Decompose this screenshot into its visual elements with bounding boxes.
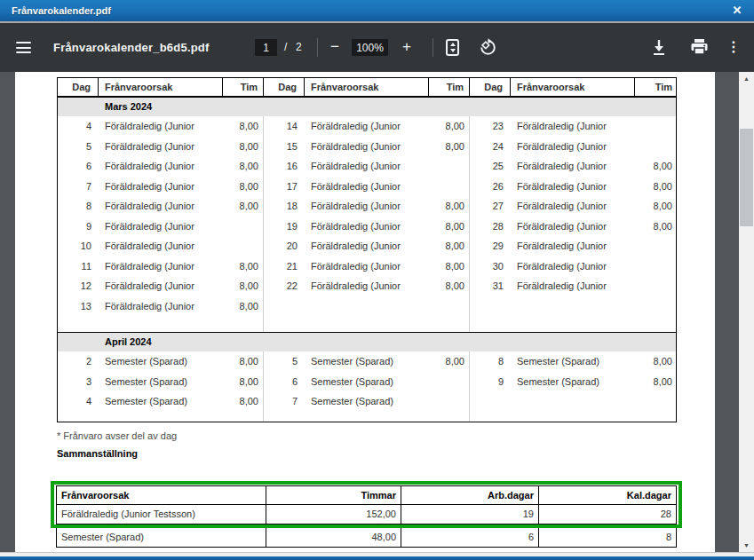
summary-cell: Föräldraledig (Junior Testsson) bbox=[57, 505, 266, 524]
calendar-hours: 8,00 bbox=[223, 256, 264, 277]
calendar-reason: Föräldraledig (Junior bbox=[99, 276, 223, 296]
zoom-level[interactable]: 100% bbox=[352, 39, 388, 56]
page-number-input[interactable]: 1 bbox=[255, 39, 277, 56]
calendar-reason: Föräldraledig (Junior bbox=[511, 177, 635, 197]
column-header: Tim bbox=[429, 78, 470, 96]
scroll-up-icon[interactable]: ▲ bbox=[739, 72, 754, 85]
window-titlebar: Frånvarokalender.pdf ✕ bbox=[0, 0, 754, 21]
column-header: Dag bbox=[470, 78, 511, 96]
calendar-day: 8 bbox=[470, 351, 511, 372]
calendar-hours: 8,00 bbox=[223, 296, 264, 317]
calendar-hours: 8,00 bbox=[429, 196, 470, 217]
menu-icon[interactable] bbox=[16, 42, 31, 53]
calendar-reason: Föräldraledig (Junior bbox=[305, 256, 429, 277]
window-bottom-frame bbox=[0, 552, 754, 560]
calendar-reason: Semester (Sparad) bbox=[99, 372, 223, 392]
calendar-day: 31 bbox=[470, 276, 511, 296]
calendar-reason: Föräldraledig (Junior bbox=[305, 196, 429, 217]
scrollbar-thumb[interactable] bbox=[740, 129, 753, 226]
summary-table-bottom: Semester (Sparad)48,0068 bbox=[56, 527, 677, 548]
calendar-row: 4Föräldraledig (Junior8,0014Föräldraledi… bbox=[58, 116, 676, 137]
section-spacer bbox=[58, 316, 676, 332]
summary-header-row: FrånvaroorsakTimmarArb.dagarKal.dagar bbox=[57, 486, 676, 505]
calendar-row: 3Semester (Sparad)8,006Semester (Sparad)… bbox=[58, 372, 676, 392]
calendar-reason: Föräldraledig (Junior bbox=[99, 236, 223, 256]
toolbar-divider bbox=[433, 38, 433, 57]
page-separator: / bbox=[284, 39, 287, 56]
calendar-reason: Föräldraledig (Junior bbox=[511, 236, 635, 256]
calendar-reason: Föräldraledig (Junior bbox=[305, 137, 429, 157]
summary-header: Kal.dagar bbox=[539, 486, 676, 504]
close-icon[interactable]: ✕ bbox=[729, 3, 745, 19]
calendar-hours bbox=[223, 217, 264, 237]
print-icon[interactable] bbox=[690, 38, 709, 56]
calendar-hours bbox=[635, 276, 678, 296]
zoom-out-icon[interactable]: − bbox=[325, 37, 345, 57]
calendar-reason bbox=[511, 296, 635, 317]
calendar-hours: 8,00 bbox=[223, 391, 264, 412]
calendar-reason: Föräldraledig (Junior bbox=[511, 217, 635, 237]
fit-to-page-icon[interactable] bbox=[446, 39, 459, 56]
calendar-day: 14 bbox=[264, 116, 305, 137]
rotate-icon[interactable] bbox=[479, 38, 497, 57]
summary-header: Arb.dagar bbox=[401, 486, 539, 504]
summary-cell: 152,00 bbox=[266, 505, 401, 524]
calendar-day: 23 bbox=[470, 116, 511, 137]
calendar-day: 24 bbox=[470, 137, 511, 157]
calendar-header-row: DagFrånvaroorsakTimDagFrånvaroorsakTimDa… bbox=[58, 78, 676, 98]
section-spacer bbox=[58, 412, 676, 422]
calendar-hours: 8,00 bbox=[223, 276, 264, 296]
calendar-hours bbox=[223, 236, 264, 256]
calendar-reason: Föräldraledig (Junior bbox=[511, 116, 635, 137]
more-options-icon[interactable]: ⋮ bbox=[726, 36, 741, 58]
calendar-day: 12 bbox=[58, 276, 99, 296]
calendar-reason: Föräldraledig (Junior bbox=[511, 276, 635, 296]
calendar-day: 8 bbox=[58, 196, 99, 217]
calendar-hours bbox=[635, 116, 678, 137]
calendar-hours bbox=[429, 156, 470, 177]
calendar-reason bbox=[305, 296, 429, 317]
calendar-hours bbox=[635, 137, 678, 157]
summary-area: FrånvaroorsakTimmarArb.dagarKal.dagar Fö… bbox=[56, 485, 677, 548]
calendar-reason: Föräldraledig (Junior bbox=[511, 256, 635, 277]
calendar-hours: 8,00 bbox=[223, 156, 264, 177]
calendar-day bbox=[470, 296, 511, 317]
column-group-divider bbox=[263, 98, 264, 422]
column-header: Tim bbox=[635, 78, 678, 96]
section-title: April 2024 bbox=[58, 332, 676, 351]
scroll-down-icon[interactable]: ▼ bbox=[739, 539, 754, 552]
calendar-day: 15 bbox=[264, 137, 305, 157]
calendar-reason: Föräldraledig (Junior bbox=[305, 276, 429, 296]
summary-title: Sammanställning bbox=[57, 448, 138, 459]
calendar-day: 17 bbox=[264, 177, 305, 197]
calendar-hours: 8,00 bbox=[223, 351, 264, 372]
column-header: Frånvaroorsak bbox=[99, 78, 223, 96]
calendar-day: 29 bbox=[470, 236, 511, 256]
download-icon[interactable] bbox=[651, 38, 667, 56]
calendar-day: 10 bbox=[58, 236, 99, 256]
page-total: 2 bbox=[296, 39, 302, 56]
calendar-reason: Föräldraledig (Junior bbox=[99, 137, 223, 157]
calendar-day: 22 bbox=[264, 276, 305, 296]
calendar-day bbox=[264, 296, 305, 317]
calendar-day bbox=[470, 391, 511, 412]
calendar-row: 8Föräldraledig (Junior8,0018Föräldraledi… bbox=[58, 196, 676, 217]
calendar-row: 4Semester (Sparad)8,007Semester (Sparad) bbox=[58, 391, 676, 412]
calendar-reason: Semester (Sparad) bbox=[511, 351, 635, 372]
calendar-day: 18 bbox=[264, 196, 305, 217]
toolbar-divider bbox=[317, 38, 318, 57]
calendar-row: 7Föräldraledig (Junior8,0017Föräldraledi… bbox=[58, 177, 676, 197]
calendar-row: 13Föräldraledig (Junior8,00 bbox=[58, 296, 676, 317]
calendar-reason: Föräldraledig (Junior bbox=[99, 256, 223, 277]
calendar-day: 5 bbox=[58, 137, 99, 157]
zoom-in-icon[interactable]: + bbox=[397, 37, 417, 57]
pdf-viewer-area: DagFrånvaroorsakTimDagFrånvaroorsakTimDa… bbox=[0, 72, 754, 552]
calendar-hours: 8,00 bbox=[429, 217, 470, 237]
calendar-reason: Föräldraledig (Junior bbox=[511, 196, 635, 217]
calendar-reason: Semester (Sparad) bbox=[305, 351, 429, 372]
calendar-reason: Semester (Sparad) bbox=[99, 351, 223, 372]
pdf-toolbar: Frånvarokalender_b6d5.pdf 1 / 2 − 100% +… bbox=[0, 23, 754, 72]
vertical-scrollbar[interactable]: ▲ ▼ bbox=[739, 72, 754, 552]
calendar-row: 6Föräldraledig (Junior8,0016Föräldraledi… bbox=[58, 156, 676, 177]
calendar-reason: Semester (Sparad) bbox=[305, 391, 429, 412]
